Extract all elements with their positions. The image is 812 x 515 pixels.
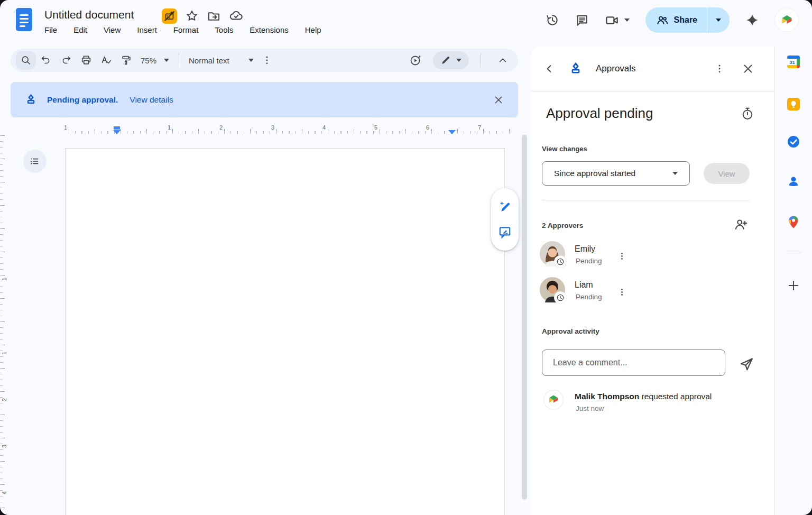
approval-status-heading: Approval pending [546,105,653,122]
approver-name: Emily [575,244,595,254]
menu-insert[interactable]: Insert [136,24,158,35]
view-changes-label: View changes [542,145,587,153]
workspace-logo[interactable] [775,8,798,32]
banner-close-icon[interactable] [493,94,504,106]
menu-view[interactable]: View [103,24,122,35]
undo-icon[interactable] [36,51,56,70]
back-icon[interactable] [543,62,556,75]
keep-icon[interactable] [786,97,801,112]
print-icon[interactable] [76,51,96,70]
spellcheck-icon[interactable] [96,51,116,70]
paragraph-style-control[interactable]: Normal text [183,56,257,65]
add-addon-icon[interactable] [786,278,801,293]
document-scrollbar[interactable] [522,135,527,500]
left-indent-marker[interactable] [113,126,121,134]
menu-extensions[interactable]: Extensions [248,24,289,35]
approval-lock-badge [162,8,177,24]
toolbar-overflow-kebab[interactable] [257,51,277,70]
chevron-down-icon[interactable] [624,19,630,22]
star-icon[interactable] [185,9,199,23]
chevron-down-icon [164,59,169,62]
zoom-control[interactable]: 75% [136,56,174,65]
paint-format-icon[interactable] [116,51,136,70]
ruler-number: 3 [1,443,7,450]
video-camera-icon [605,13,619,27]
changes-filter-dropdown[interactable]: Since approval started [542,161,690,186]
editing-mode-button[interactable] [433,51,469,69]
strip-divider [786,253,801,253]
approver-kebab-icon[interactable] [615,247,628,264]
toolbar: 75% Normal text [11,49,518,72]
ruler-number: 1 [1,350,7,357]
panel-header: Approvals [531,47,774,91]
approver-status: Pending [576,257,602,265]
ruler-number: 7 [478,124,481,131]
chevron-down-icon [248,59,254,62]
quick-actions-pill [491,188,519,251]
menu-bar: File Edit View Insert Format Tools Exten… [43,24,322,35]
changes-filter-value: Since approval started [554,169,635,178]
gemini-icon[interactable] [745,13,759,27]
menu-help[interactable]: Help [304,24,322,35]
share-button[interactable]: Share [645,7,730,33]
view-changes-button[interactable]: View [704,163,750,184]
menu-file[interactable]: File [43,24,58,35]
menu-tools[interactable]: Tools [214,24,234,35]
panel-title: Approvals [596,63,636,74]
add-approver-icon[interactable] [734,217,748,232]
move-folder-icon[interactable] [207,9,221,23]
document-page[interactable] [65,148,505,515]
version-history-icon[interactable] [546,13,559,27]
maps-icon[interactable] [786,215,801,229]
banner-view-details-link[interactable]: View details [130,95,173,105]
tasks-icon[interactable] [786,134,801,149]
people-icon [656,14,669,26]
ruler-number: 1 [168,124,171,131]
ruler-number: 2 [1,396,7,403]
ruler-number: 6 [426,124,429,131]
meet-video-button[interactable] [605,13,630,27]
timer-icon[interactable] [741,107,754,121]
comments-icon[interactable] [575,13,589,27]
ruler-number: 1 [1,275,7,283]
approvals-panel: Approvals Approval pending View changes … [531,47,774,515]
right-indent-marker[interactable] [448,130,456,134]
approver-name: Liam [575,280,593,290]
document-outline-button[interactable] [23,150,47,173]
panel-kebab-icon[interactable] [714,63,725,74]
approver-kebab-icon[interactable] [615,283,628,300]
search-icon[interactable] [16,51,36,70]
activity-actor: Malik Thompson [575,392,639,401]
google-docs-logo[interactable] [15,7,34,32]
panel-divider [542,200,749,200]
menu-edit[interactable]: Edit [72,24,88,35]
redo-icon[interactable] [56,51,76,70]
share-dropdown[interactable] [707,7,730,33]
document-title[interactable]: Untitled document [44,8,134,21]
approvers-count-label: 2 Approvers [542,222,583,229]
ruler-number: 5 [374,124,377,131]
menu-format[interactable]: Format [172,24,200,35]
send-comment-icon[interactable] [739,356,754,372]
approval-activity-label: Approval activity [542,327,599,335]
ruler-number: 4 [1,489,7,496]
paragraph-style-value: Normal text [189,56,229,65]
help-me-write-icon[interactable] [498,200,512,214]
comment-input[interactable] [542,350,725,376]
contacts-icon[interactable] [786,174,801,189]
outline-list-icon [29,155,41,167]
collapse-toolbar-chevron[interactable] [493,51,513,70]
pending-approval-banner: Pending approval. View details [11,82,518,117]
ruler-number: 1 [64,124,67,131]
workspace-logo [544,390,563,409]
cloud-saved-icon[interactable] [229,8,244,23]
approver-row: Emily Pending [540,241,762,272]
play-sparkle-icon[interactable] [405,51,426,70]
panel-close-icon[interactable] [742,62,754,75]
calendar-icon[interactable]: 31 [786,54,801,69]
toolbar-divider [481,53,481,67]
add-comment-icon[interactable] [498,225,512,239]
banner-message: Pending approval. [47,95,118,105]
toolbar-divider [179,53,179,67]
side-app-strip: 31 [774,47,812,515]
